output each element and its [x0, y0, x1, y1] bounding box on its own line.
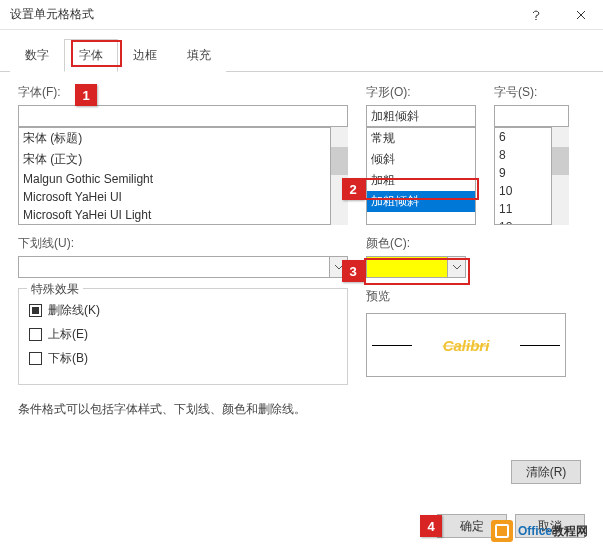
badge-1: 1: [75, 84, 97, 106]
callout-rect-3: [364, 258, 470, 285]
callout-rect-2: [364, 178, 479, 200]
tab-fill[interactable]: 填充: [172, 39, 226, 72]
list-item[interactable]: 8: [495, 146, 551, 164]
dialog-content: 字体(F): 宋体 (标题) 宋体 (正文) Malgun Gothic Sem…: [0, 72, 603, 430]
style-listbox[interactable]: 常规 倾斜 加粗 加粗倾斜: [366, 127, 476, 225]
tab-number[interactable]: 数字: [10, 39, 64, 72]
list-item[interactable]: 10: [495, 182, 551, 200]
svg-point-0: [535, 19, 536, 20]
preview-box: Calibri: [366, 313, 566, 377]
font-label: 字体(F):: [18, 84, 348, 101]
help-button[interactable]: [513, 0, 558, 30]
list-item[interactable]: 6: [495, 128, 551, 146]
underline-dropdown[interactable]: [18, 256, 348, 278]
style-label: 字形(O):: [366, 84, 476, 101]
list-item[interactable]: Microsoft YaHei UI Light: [19, 206, 330, 224]
list-item[interactable]: 9: [495, 164, 551, 182]
size-listbox[interactable]: 6 8 9 10 11 12: [494, 127, 552, 225]
scrollbar[interactable]: [552, 127, 569, 225]
strike-checkbox[interactable]: 删除线(K): [29, 302, 337, 319]
close-button[interactable]: [558, 0, 603, 30]
superscript-checkbox[interactable]: 上标(E): [29, 326, 337, 343]
font-listbox[interactable]: 宋体 (标题) 宋体 (正文) Malgun Gothic Semilight …: [18, 127, 331, 225]
color-label: 颜色(C):: [366, 235, 466, 252]
style-input[interactable]: 加粗倾斜: [366, 105, 476, 127]
window-title: 设置单元格格式: [10, 6, 513, 23]
callout-tab-highlight: [71, 40, 122, 67]
list-item[interactable]: SimSun-ExtB: [19, 224, 330, 225]
effects-legend: 特殊效果: [27, 281, 83, 298]
list-item[interactable]: Microsoft YaHei UI: [19, 188, 330, 206]
tab-border[interactable]: 边框: [118, 39, 172, 72]
logo-icon: [491, 520, 513, 542]
clear-button[interactable]: 清除(R): [511, 460, 581, 484]
preview-text: Calibri: [443, 337, 490, 354]
font-input[interactable]: [18, 105, 348, 127]
badge-2: 2: [342, 178, 364, 200]
preview-label: 预览: [366, 288, 566, 305]
list-item[interactable]: 宋体 (正文): [19, 149, 330, 170]
list-item[interactable]: 12: [495, 218, 551, 225]
scrollbar[interactable]: [331, 127, 348, 225]
size-input[interactable]: [494, 105, 569, 127]
badge-3: 3: [342, 260, 364, 282]
hint-text: 条件格式可以包括字体样式、下划线、颜色和删除线。: [18, 401, 585, 418]
effects-group: 特殊效果 删除线(K) 上标(E) 下标(B): [18, 288, 348, 385]
list-item[interactable]: 常规: [367, 128, 475, 149]
underline-label: 下划线(U):: [18, 235, 348, 252]
size-label: 字号(S):: [494, 84, 569, 101]
list-item[interactable]: 倾斜: [367, 149, 475, 170]
list-item[interactable]: 11: [495, 200, 551, 218]
titlebar: 设置单元格格式: [0, 0, 603, 30]
subscript-checkbox[interactable]: 下标(B): [29, 350, 337, 367]
list-item[interactable]: 宋体 (标题): [19, 128, 330, 149]
watermark: Office教程网: [491, 520, 588, 542]
badge-4: 4: [420, 515, 442, 537]
list-item[interactable]: Malgun Gothic Semilight: [19, 170, 330, 188]
